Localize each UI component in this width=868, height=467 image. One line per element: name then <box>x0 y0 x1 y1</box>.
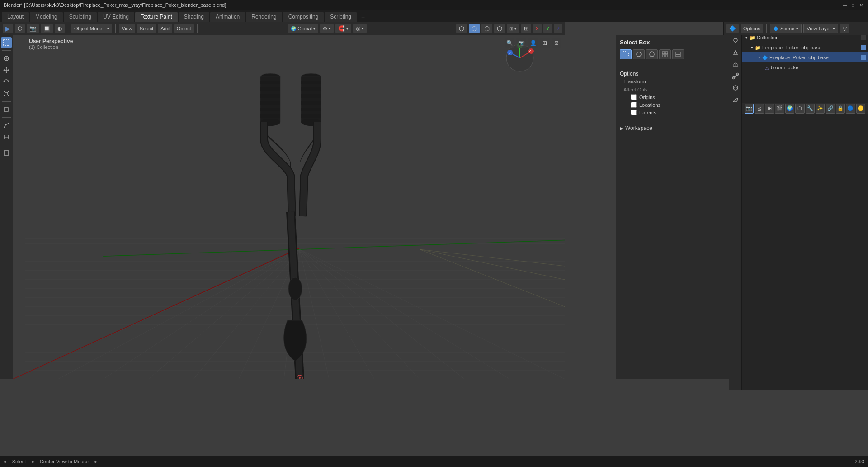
tab-scripting[interactable]: Scripting <box>325 12 357 22</box>
object-btn[interactable]: Object <box>174 24 194 33</box>
outliner-obj-base-folder[interactable]: ▾ 📁 Fireplace_Poker_obj_base <box>742 43 868 52</box>
select-tool-btn[interactable] <box>1 37 12 48</box>
gizmo-y[interactable]: Y <box>543 24 552 33</box>
props-particles-btn[interactable]: ✨ <box>816 104 825 114</box>
add-workspace-btn[interactable]: + <box>358 12 368 22</box>
add-btn[interactable]: Add <box>158 24 172 33</box>
viewport-shading-solid[interactable]: ⬡ <box>469 24 480 33</box>
overlay-btn[interactable]: ⊞ ▾ <box>507 24 519 33</box>
tab-animation[interactable]: Animation <box>210 12 245 22</box>
outliner-broom-poker[interactable]: △ broom_poker <box>742 62 868 72</box>
props-world-btn[interactable]: 🌍 <box>785 104 794 114</box>
outliner-visibility-1[interactable] <box>861 45 866 50</box>
render-icon-btn[interactable]: 📷 <box>27 24 39 33</box>
view-layer-dropdown[interactable]: View Layer ▾ <box>803 24 838 33</box>
svg-rect-65 <box>260 101 280 105</box>
select-btn[interactable]: Select <box>137 24 156 33</box>
props-constraints-btn[interactable]: 🔒 <box>836 104 845 114</box>
rotate-tool-btn[interactable] <box>1 76 12 87</box>
parents-row[interactable]: Parents <box>623 110 725 115</box>
mode-icon-btn[interactable]: ▶ <box>3 24 13 33</box>
snap-icon-btn[interactable]: 🔲 <box>41 24 53 33</box>
outliner-visibility-2[interactable] <box>861 55 866 60</box>
viewport-shading-render[interactable]: ⬡ <box>494 24 505 33</box>
status-right: 2.93 <box>855 459 864 464</box>
locations-checkbox[interactable] <box>631 102 637 108</box>
props-render-btn[interactable]: 📷 <box>745 104 754 114</box>
workspace-header[interactable]: ▶ Workspace <box>620 125 725 131</box>
viewport[interactable]: User Perspective (1) Collection X Y Z 🔍 … <box>13 35 565 379</box>
filter-btn[interactable]: ▽ <box>840 24 849 33</box>
snap-toggle-btn[interactable]: 🧲 ▾ <box>335 24 351 33</box>
tab-compositing[interactable]: Compositing <box>283 12 324 22</box>
tab-rendering[interactable]: Rendering <box>246 12 282 22</box>
props-modifier-btn[interactable]: 🔧 <box>806 104 815 114</box>
select-lasso-icon[interactable] <box>646 49 658 59</box>
minimize-btn[interactable]: — <box>842 2 848 8</box>
transform-tool-btn[interactable] <box>1 104 12 115</box>
cursor-tool-btn[interactable] <box>1 53 12 64</box>
viewport-3d[interactable]: ⊠ <box>552 38 561 48</box>
window-controls[interactable]: — □ ✕ <box>842 2 864 8</box>
viewport-grid[interactable]: ⊞ <box>540 38 550 48</box>
snap-origin-btn[interactable]: ⊕ ▾ <box>320 24 334 33</box>
scene-icon-btn[interactable]: 🔷 <box>726 24 739 33</box>
gizmo-z[interactable]: Z <box>554 24 562 33</box>
object-icon-btn[interactable]: ⬡ <box>15 24 25 33</box>
scale-tool-btn[interactable] <box>1 88 12 99</box>
tab-shading[interactable]: Shading <box>179 12 209 22</box>
material-icon-btn[interactable]: ◐ <box>55 24 65 33</box>
props-material-btn[interactable]: 🟡 <box>856 104 865 114</box>
gizmo-x[interactable]: X <box>533 24 542 33</box>
props-object-btn[interactable]: ⬡ <box>795 104 804 114</box>
title-bar: Blender* [C:\Users\pkvk9\Desktop\Firepla… <box>0 0 868 10</box>
props-output-btn[interactable]: 🖨 <box>755 104 764 114</box>
svg-rect-11 <box>5 92 8 95</box>
tool-panel-gpencil[interactable] <box>730 94 741 105</box>
viewport-camera[interactable]: 📷 <box>516 38 526 48</box>
scene-dropdown[interactable]: 🔷 Scene ▾ <box>770 24 802 33</box>
viewport-shading-wire[interactable]: ⬡ <box>456 24 467 33</box>
add-cube-btn[interactable] <box>1 148 12 158</box>
locations-row[interactable]: Locations <box>623 102 725 108</box>
tool-panel-bone[interactable] <box>730 71 741 81</box>
select-edge-icon[interactable] <box>672 49 684 59</box>
tool-panel-face[interactable] <box>730 82 741 93</box>
tool-panel-mesh[interactable] <box>730 59 741 70</box>
tab-layout[interactable]: Layout <box>2 12 29 22</box>
options-btn[interactable]: Options <box>741 24 763 33</box>
viewport-walk[interactable]: 👤 <box>528 38 538 48</box>
props-scene-btn[interactable]: 🎬 <box>775 104 784 114</box>
props-view-layer-btn[interactable]: ⊞ <box>765 104 774 114</box>
select-circle-icon[interactable] <box>633 49 645 59</box>
props-physics-btn[interactable]: 🔗 <box>826 104 835 114</box>
global-dropdown[interactable]: 🌍 Global ▾ <box>288 24 318 33</box>
mode-dropdown[interactable]: Object Mode ▾ <box>71 24 112 33</box>
workspace-section: ▶ Workspace <box>616 121 729 135</box>
props-data-btn[interactable]: 🔵 <box>846 104 855 114</box>
outliner-obj-base-mesh[interactable]: ▾ 🔷 Fireplace_Poker_obj_base <box>742 52 868 62</box>
tab-modeling[interactable]: Modeling <box>30 12 63 22</box>
origins-checkbox[interactable] <box>631 94 637 100</box>
tool-panel-weight[interactable] <box>730 47 741 58</box>
close-btn[interactable]: ✕ <box>858 2 864 8</box>
measure-tool-btn[interactable] <box>1 132 12 143</box>
maximize-btn[interactable]: □ <box>850 2 856 8</box>
select-box-icon[interactable] <box>620 49 632 59</box>
select-vert-icon[interactable] <box>659 49 671 59</box>
xray-btn[interactable]: ⊞ <box>521 24 531 33</box>
view-btn[interactable]: View <box>119 24 135 33</box>
tool-panel-lamp[interactable] <box>730 35 741 46</box>
tab-texture-paint[interactable]: Texture Paint <box>135 12 178 22</box>
outliner-visibility-0[interactable] <box>861 35 866 40</box>
tab-uv-editing[interactable]: UV Editing <box>98 12 134 22</box>
move-tool-btn[interactable] <box>1 65 12 76</box>
svg-rect-64 <box>260 94 280 98</box>
viewport-shading-material[interactable]: ⬡ <box>481 24 492 33</box>
tab-sculpting[interactable]: Sculpting <box>64 12 97 22</box>
annotate-tool-btn[interactable] <box>1 120 12 131</box>
origins-row[interactable]: Origins <box>623 94 725 100</box>
proportional-edit-btn[interactable]: ◎ ▾ <box>353 24 367 33</box>
viewport-zoom-in[interactable]: 🔍 <box>505 38 514 48</box>
parents-checkbox[interactable] <box>631 110 637 115</box>
